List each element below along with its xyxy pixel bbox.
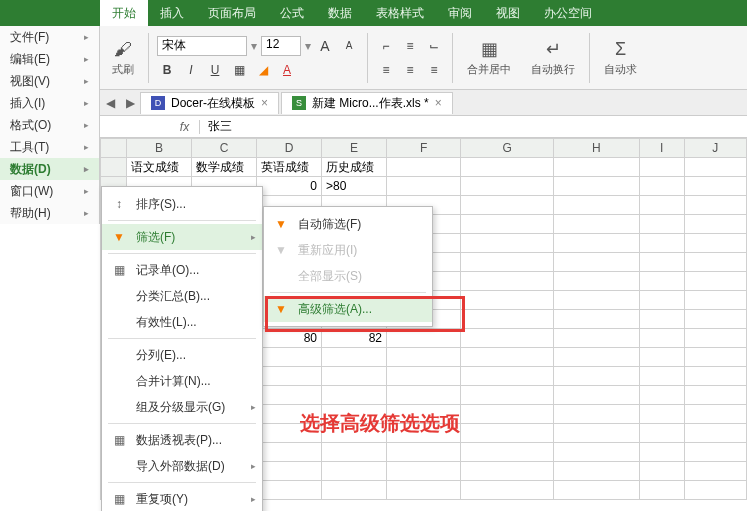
cell[interactable] xyxy=(553,443,639,462)
fill-color-button[interactable]: ◢ xyxy=(253,60,273,80)
cell[interactable] xyxy=(684,367,746,386)
col-header-C[interactable]: C xyxy=(192,139,257,158)
cell[interactable] xyxy=(684,329,746,348)
italic-button[interactable]: I xyxy=(181,60,201,80)
border-button[interactable]: ▦ xyxy=(229,60,249,80)
tab-start[interactable]: 开始 xyxy=(100,0,148,26)
doc-tab-workbook[interactable]: S 新建 Micro...作表.xls * × xyxy=(281,92,453,114)
cell[interactable] xyxy=(553,329,639,348)
menu-tools[interactable]: 工具(T)▸ xyxy=(0,136,99,158)
menu-help[interactable]: 帮助(H)▸ xyxy=(0,202,99,224)
tab-office[interactable]: 办公空间 xyxy=(532,0,604,26)
cell[interactable] xyxy=(461,272,553,291)
font-size-combo[interactable]: 12 xyxy=(261,36,301,56)
cell[interactable] xyxy=(461,367,553,386)
tab-tablestyle[interactable]: 表格样式 xyxy=(364,0,436,26)
cell[interactable]: >80 xyxy=(322,177,387,196)
cell[interactable] xyxy=(639,405,684,424)
cell[interactable]: 数学成绩 xyxy=(192,158,257,177)
cell[interactable] xyxy=(639,424,684,443)
cell[interactable] xyxy=(461,310,553,329)
cell[interactable] xyxy=(684,348,746,367)
cell[interactable] xyxy=(684,310,746,329)
cell[interactable] xyxy=(322,443,387,462)
cell[interactable] xyxy=(639,272,684,291)
cell[interactable] xyxy=(257,348,322,367)
menu-item[interactable]: ▦数据透视表(P)... xyxy=(102,427,262,453)
menu-view[interactable]: 视图(V)▸ xyxy=(0,70,99,92)
wrap-text-button[interactable]: ↵自动换行 xyxy=(525,36,581,79)
font-name-combo[interactable]: 宋体 xyxy=(157,36,247,56)
cell[interactable] xyxy=(639,481,684,500)
merge-center-button[interactable]: ▦合并居中 xyxy=(461,36,517,79)
cell[interactable]: 0 xyxy=(257,177,322,196)
cell[interactable] xyxy=(553,348,639,367)
menu-data[interactable]: 数据(D)▸ xyxy=(0,158,99,180)
col-header-H[interactable]: H xyxy=(553,139,639,158)
cell[interactable] xyxy=(387,367,461,386)
align-bottom-button[interactable]: ⌙ xyxy=(424,36,444,56)
cell[interactable] xyxy=(387,348,461,367)
cell[interactable] xyxy=(257,443,322,462)
cell[interactable] xyxy=(553,291,639,310)
tab-view[interactable]: 视图 xyxy=(484,0,532,26)
cell[interactable] xyxy=(684,424,746,443)
tab-data[interactable]: 数据 xyxy=(316,0,364,26)
menu-item[interactable]: 分列(E)... xyxy=(102,342,262,368)
cell[interactable] xyxy=(684,386,746,405)
cell[interactable] xyxy=(684,462,746,481)
col-header-E[interactable]: E xyxy=(322,139,387,158)
cell[interactable] xyxy=(639,291,684,310)
cell[interactable] xyxy=(387,443,461,462)
cell[interactable] xyxy=(461,481,553,500)
cell[interactable] xyxy=(257,462,322,481)
align-top-button[interactable]: ⌐ xyxy=(376,36,396,56)
tab-formula[interactable]: 公式 xyxy=(268,0,316,26)
cell[interactable] xyxy=(553,310,639,329)
align-left-button[interactable]: ≡ xyxy=(376,60,396,80)
cell[interactable] xyxy=(387,462,461,481)
menu-file[interactable]: 文件(F)▸ xyxy=(0,26,99,48)
cell[interactable] xyxy=(322,462,387,481)
cell[interactable] xyxy=(461,424,553,443)
align-center-button[interactable]: ≡ xyxy=(400,60,420,80)
col-header-G[interactable]: G xyxy=(461,139,553,158)
col-header-J[interactable]: J xyxy=(684,139,746,158)
cell[interactable] xyxy=(639,253,684,272)
cell[interactable] xyxy=(639,310,684,329)
close-tab-button[interactable]: × xyxy=(261,96,268,110)
bold-button[interactable]: B xyxy=(157,60,177,80)
fx-button[interactable]: fx xyxy=(170,120,200,134)
col-header-I[interactable]: I xyxy=(639,139,684,158)
cell[interactable] xyxy=(257,481,322,500)
cell[interactable] xyxy=(553,424,639,443)
menu-format[interactable]: 格式(O)▸ xyxy=(0,114,99,136)
cell[interactable] xyxy=(639,443,684,462)
cell[interactable] xyxy=(639,462,684,481)
cell[interactable] xyxy=(553,367,639,386)
cell[interactable] xyxy=(639,348,684,367)
cell[interactable] xyxy=(553,462,639,481)
cell[interactable]: 语文成绩 xyxy=(127,158,192,177)
cell[interactable]: 历史成绩 xyxy=(322,158,387,177)
col-header-F[interactable]: F xyxy=(387,139,461,158)
cell[interactable] xyxy=(639,329,684,348)
cell[interactable] xyxy=(684,481,746,500)
cell[interactable] xyxy=(553,481,639,500)
cell[interactable] xyxy=(684,405,746,424)
row-header[interactable] xyxy=(101,158,127,177)
cell[interactable] xyxy=(684,253,746,272)
cell[interactable] xyxy=(553,253,639,272)
cell[interactable] xyxy=(553,405,639,424)
menu-item[interactable]: 组及分级显示(G)▸ xyxy=(102,394,262,420)
menu-item[interactable]: ▼自动筛选(F) xyxy=(264,211,432,237)
cell[interactable] xyxy=(461,253,553,272)
menu-item[interactable]: 有效性(L)... xyxy=(102,309,262,335)
cell[interactable] xyxy=(257,386,322,405)
menu-item[interactable]: 分类汇总(B)... xyxy=(102,283,262,309)
cell[interactable] xyxy=(322,481,387,500)
doc-tab-docer[interactable]: D Docer-在线模板 × xyxy=(140,92,279,114)
tab-insert[interactable]: 插入 xyxy=(148,0,196,26)
cell[interactable] xyxy=(387,481,461,500)
tab-prev-button[interactable]: ◀ xyxy=(100,96,120,110)
